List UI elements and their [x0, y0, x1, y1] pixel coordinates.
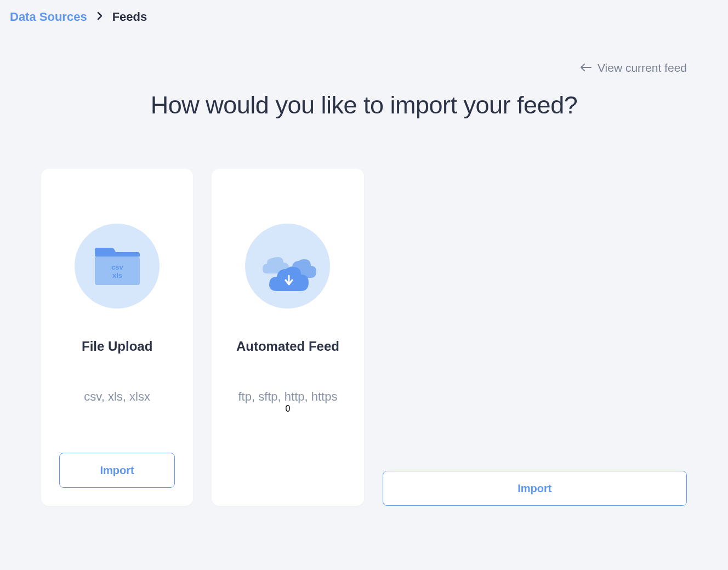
card-automated-feed: Automated Feed ftp, sftp, http, https0 [212, 169, 363, 506]
card-file-upload: csv xls File Upload csv, xls, xlsx Impor… [41, 169, 193, 506]
page-header: View current feed [0, 34, 728, 75]
card-title-file-upload: File Upload [82, 339, 152, 354]
view-current-feed-label: View current feed [598, 61, 687, 75]
folder-icon: csv xls [75, 224, 160, 309]
import-button-file-upload[interactable]: Import [59, 453, 175, 488]
card-title-automated-feed: Automated Feed [236, 339, 339, 354]
breadcrumb-current: Feeds [112, 10, 147, 24]
cards-container: csv xls File Upload csv, xls, xlsx Impor… [0, 119, 728, 506]
view-current-feed-link[interactable]: View current feed [580, 61, 687, 75]
cloud-download-icon [245, 224, 330, 309]
page-title: How would you like to import your feed? [0, 91, 728, 119]
card-subtitle-automated-feed: ftp, sftp, http, https [238, 390, 337, 404]
folder-text-csv: csv [111, 263, 123, 271]
arrow-left-icon [580, 62, 592, 75]
chevron-right-icon [97, 12, 103, 22]
breadcrumb: Data Sources Feeds [0, 0, 728, 34]
import-button-automated-feed[interactable]: Import [383, 471, 687, 506]
card-subtitle-file-upload: csv, xls, xlsx [84, 390, 150, 404]
folder-text-xls: xls [112, 271, 122, 280]
breadcrumb-data-sources[interactable]: Data Sources [10, 10, 87, 24]
